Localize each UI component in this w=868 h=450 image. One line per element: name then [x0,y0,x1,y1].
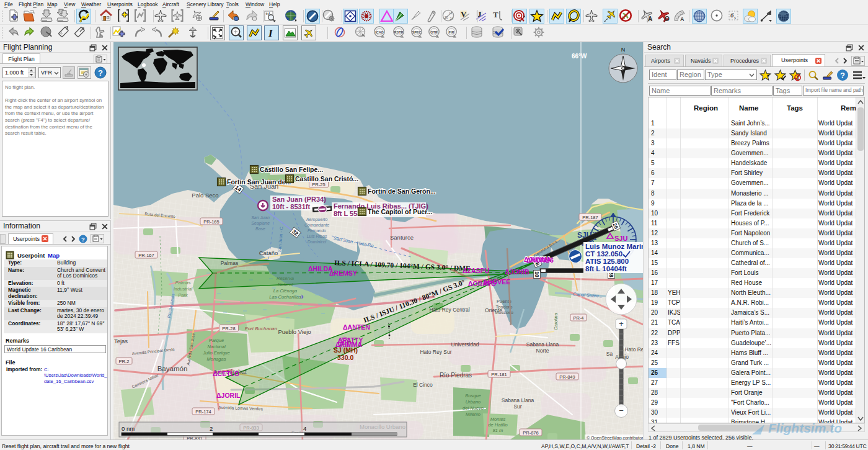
svg-text:PR-849: PR-849 [559,374,575,380]
svg-text:330.0: 330.0 [337,354,353,361]
svg-text:10ft - 8531ft: 10ft - 8531ft [272,203,310,210]
svg-text:La Ciénaga: La Ciénaga [273,288,297,294]
svg-text:66°W: 66°W [572,53,587,60]
svg-text:Sa: Sa [606,351,613,357]
svg-text:Fortín San Juan de...: Fortín San Juan de... [227,178,291,186]
svg-text:Park: Park [178,292,188,298]
svg-text:Río Piedras: Río Piedras [440,372,472,379]
svg-text:Hato Rey Sur: Hato Rey Sur [420,349,451,355]
svg-text:Hato Re: Hato Re [624,346,643,353]
svg-text:OTR: OTR [430,30,438,34]
svg-text:81 m: 81 m [493,428,503,433]
svg-text:Sabana Llana: Sabana Llana [526,341,559,348]
svg-text:ICAO: ICAO [375,30,384,34]
svg-text:30: 30 [445,16,448,19]
svg-text:A: A [648,16,652,22]
svg-text:Bosque: Bosque [465,393,480,398]
svg-text:PR-2: PR-2 [118,359,129,364]
svg-text:T: T [493,10,498,19]
svg-text:Santurce: Santurce [390,234,414,241]
svg-text:Universidad: Universidad [451,341,479,348]
svg-text:Seaplane: Seaplane [251,221,270,226]
svg-text:Hato Rey Central: Hato Rey Central [429,307,469,313]
svg-text:+: + [619,319,624,328]
svg-text:PR-174: PR-174 [195,409,211,415]
svg-text:?: ? [98,68,103,78]
svg-text:Castillo San Felipe...: Castillo San Felipe... [260,166,323,173]
svg-text:SPEC: SPEC [412,30,422,34]
svg-text:SJU: SJU [614,235,627,242]
svg-text:I: I [268,27,273,39]
svg-text:Nacional: Nacional [207,344,226,349]
svg-text:24: 24 [450,17,454,20]
svg-text:Palo Seco: Palo Seco [192,192,218,199]
svg-text:San Juan (PR34): San Juan (PR34) [272,196,326,203]
svg-text:PR-25: PR-25 [312,182,325,187]
svg-text:ΔHOVEE: ΔHOVEE [483,278,510,286]
svg-text:San Juan: San Juan [251,215,270,220]
svg-text:ΔCETLO: ΔCETLO [213,370,239,377]
svg-text:Reserva: Reserva [277,276,294,281]
svg-text:10: 10 [534,271,540,277]
svg-text:12: 12 [449,11,453,15]
svg-text:Castillo San Cristó...: Castillo San Cristó... [295,175,358,182]
svg-text:Fort Buchanan: Fort Buchanan [245,326,278,331]
svg-text:Julio Enrique: Julio Enrique [202,350,229,356]
svg-text:Las Cucharillas: Las Cucharillas [269,294,301,300]
svg-text:?: ? [81,236,85,243]
svg-text:Palmas: Palmas [221,260,238,266]
svg-text:s: s [734,15,736,20]
svg-text:RSTR: RSTR [394,30,404,34]
svg-text:Dominicci: Dominicci [308,240,327,244]
svg-text:Natural: Natural [278,282,293,287]
svg-text:Aeropuerto: Aeropuerto [306,217,328,222]
svg-text:ΔJONIB: ΔJONIB [505,268,529,276]
svg-text:Pueblo Viejo: Pueblo Viejo [278,328,311,335]
svg-text:PR-4: PR-4 [573,315,583,321]
svg-text:de Hatillo: de Hatillo [488,422,507,428]
svg-text:✈: ✈ [299,294,304,300]
svg-text:PR-876: PR-876 [523,430,538,436]
svg-text:SJ (MH): SJ (MH) [334,346,358,354]
svg-text:4: 4 [303,425,306,432]
svg-text:Industrial: Industrial [174,286,193,292]
svg-text:Sur: Sur [513,403,521,410]
svg-text:Urbano: Urbano [466,399,481,405]
svg-text:Sabana Llana: Sabana Llana [502,397,534,403]
svg-text:?: ? [840,71,845,80]
svg-text:Luis Munoz Marin I: Luis Munoz Marin I [585,243,643,250]
svg-text:Comandante: Comandante [304,223,329,227]
svg-text:Carolina: Carolina [553,313,559,330]
svg-text:0 nm: 0 nm [122,425,135,432]
svg-text:FIR: FIR [449,30,454,34]
svg-text:PR-187: PR-187 [582,215,598,220]
svg-text:CT 132.050: CT 132.050 [585,250,622,258]
svg-text:ΔANTEN: ΔANTEN [343,323,370,331]
svg-text:Monagas: Monagas [207,356,226,362]
svg-text:A: A [680,16,684,22]
svg-text:ΔJORIL: ΔJORIL [216,392,241,399]
svg-text:Parque: Parque [209,338,224,343]
svg-text:The Capitol of Puer...: The Capitol of Puer... [368,208,433,215]
svg-text:−: − [619,406,624,415]
svg-text:ΔZASPU: ΔZASPU [463,267,489,274]
svg-text:Cataño: Cataño [259,250,278,256]
svg-text:El Cinco: El Cinco [413,382,433,388]
svg-text:Base: Base [255,227,265,231]
svg-text:del Nuevo: del Nuevo [463,405,484,411]
svg-text:N: N [621,47,626,53]
svg-text:ΔHUNB6: ΔHUNB6 [526,256,554,264]
svg-text:Milenio: Milenio [466,412,480,417]
svg-text:8ft L 10404ft: 8ft L 10404ft [585,265,627,272]
svg-text:O: O [665,16,670,22]
svg-text:PR-165: PR-165 [203,219,219,225]
svg-text:Bayamón: Bayamón [157,365,188,372]
svg-text:Tejas: Tejas [114,338,128,344]
svg-text:PR-181: PR-181 [491,372,507,377]
svg-text:Fernando: Fernando [308,228,326,233]
svg-text:ΔREMSY: ΔREMSY [329,269,357,277]
svg-text:Norte: Norte [536,348,549,354]
svg-text:Montes: Montes [490,416,506,422]
svg-text:2: 2 [210,425,213,432]
svg-text:PR-167: PR-167 [138,253,154,258]
